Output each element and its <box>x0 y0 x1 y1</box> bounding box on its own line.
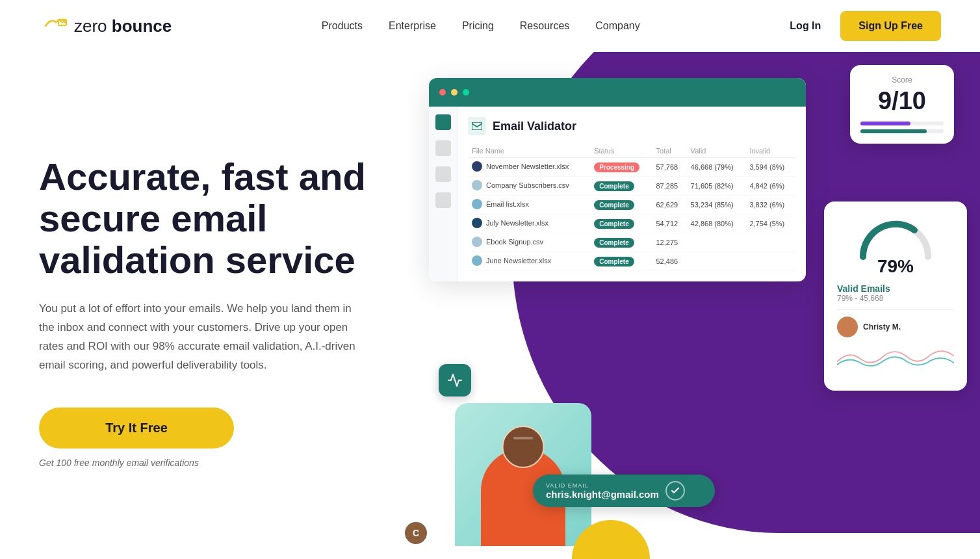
col-status: Status <box>590 144 652 158</box>
christy-row: Christy M. <box>837 317 954 337</box>
gauge-chart: 79% <box>837 214 954 277</box>
cell-invalid: 2,754 (5%) <box>745 214 795 233</box>
user-avatar-bottom: C <box>403 520 429 546</box>
cell-invalid: 3,832 (6%) <box>745 196 795 214</box>
logo-text: zero bounce <box>74 16 172 36</box>
col-filename: File Name <box>468 144 590 158</box>
activity-icon <box>439 364 471 396</box>
dashboard-header <box>429 78 806 107</box>
dashboard-title: Email Validator <box>493 120 576 133</box>
dashboard-title-row: Email Validator <box>468 117 795 135</box>
sidebar-icon-4 <box>435 192 451 208</box>
cell-filename: Company Subscribers.csv <box>468 177 590 196</box>
try-free-button[interactable]: Try It Free <box>39 408 234 448</box>
cell-invalid: 4,842 (6%) <box>745 177 795 196</box>
cell-valid: 53,234 (85%) <box>687 196 746 214</box>
valid-emails-card: 79% Valid Emails 79% - 45,668 Christy M. <box>824 202 967 391</box>
cell-status: Complete <box>590 196 652 214</box>
sidebar-icon-active <box>435 114 451 130</box>
cell-valid: 46,668 (79%) <box>687 158 746 177</box>
hero-illustration: Email Validator File Name Status Total V… <box>403 52 980 559</box>
cell-valid: 71,605 (82%) <box>687 177 746 196</box>
cell-status: Processing <box>590 158 652 177</box>
cell-filename: June Newsletter.xlsx <box>468 252 590 271</box>
main-header: zero bounce Products Enterprise Pricing … <box>0 0 980 52</box>
cell-invalid: 3,594 (8%) <box>745 158 795 177</box>
nav-products[interactable]: Products <box>322 20 363 32</box>
window-dot-yellow <box>451 89 458 96</box>
hero-section: Accurate, fast and secure email validati… <box>0 52 403 559</box>
table-row: June Newsletter.xlsx Complete 52,486 <box>468 252 795 271</box>
cell-filename: Email list.xlsx <box>468 196 590 214</box>
table-row: July Newsletter.xlsx Complete 54,712 42,… <box>468 214 795 233</box>
score-value: 9/10 <box>860 87 944 115</box>
dashboard-body: Email Validator File Name Status Total V… <box>429 107 806 281</box>
window-dot-green <box>463 89 469 96</box>
table-row: Company Subscribers.csv Complete 87,285 … <box>468 177 795 196</box>
hero-description: You put a lot of effort into your emails… <box>39 300 364 375</box>
cell-total: 12,275 <box>652 233 687 252</box>
dashboard-sidebar <box>429 107 458 281</box>
email-icon <box>468 117 486 135</box>
cell-valid: 42,868 (80%) <box>687 214 746 233</box>
logo-icon <box>39 13 71 39</box>
nav-company[interactable]: Company <box>595 20 639 32</box>
cell-total: 54,712 <box>652 214 687 233</box>
free-note: Get 100 free monthly email verifications <box>39 458 403 468</box>
cell-status: Complete <box>590 233 652 252</box>
col-total: Total <box>652 144 687 158</box>
col-valid: Valid <box>687 144 746 158</box>
score-bar-fill-2 <box>860 129 927 133</box>
svg-rect-1 <box>472 122 482 130</box>
nav-enterprise[interactable]: Enterprise <box>389 20 436 32</box>
christy-name: Christy M. <box>863 322 901 332</box>
login-button[interactable]: Log In <box>790 20 821 32</box>
score-bar <box>860 122 944 125</box>
header-actions: Log In Sign Up Free <box>790 11 941 41</box>
cell-status: Complete <box>590 214 652 233</box>
cell-total: 62,629 <box>652 196 687 214</box>
valid-subtitle: 79% - 45,668 <box>837 294 954 303</box>
cell-total: 52,486 <box>652 252 687 271</box>
nav-pricing[interactable]: Pricing <box>462 20 494 32</box>
valid-email-badge: VALID EMAIL chris.knight@gmail.com <box>533 474 715 507</box>
dashboard-main-content: Email Validator File Name Status Total V… <box>458 107 806 281</box>
hero-title: Accurate, fast and secure email validati… <box>39 156 403 280</box>
badge-email: chris.knight@gmail.com <box>546 489 659 500</box>
dashboard-table: File Name Status Total Valid Invalid Nov… <box>468 144 795 271</box>
dashboard-card: Email Validator File Name Status Total V… <box>429 78 806 281</box>
christy-avatar <box>837 317 858 337</box>
cell-status: Complete <box>590 177 652 196</box>
table-row: November Newsletter.xlsx Processing 57,7… <box>468 158 795 177</box>
cell-invalid <box>745 252 795 271</box>
valid-title: Valid Emails <box>837 283 954 294</box>
window-dot-red <box>439 89 446 96</box>
logo[interactable]: zero bounce <box>39 13 172 39</box>
cell-valid <box>687 252 746 271</box>
signup-button[interactable]: Sign Up Free <box>840 11 941 41</box>
sidebar-icon-3 <box>435 166 451 182</box>
main-container: Accurate, fast and secure email validati… <box>0 52 980 559</box>
gauge-svg <box>853 214 938 260</box>
cell-filename: July Newsletter.xlsx <box>468 214 590 233</box>
cell-status: Complete <box>590 252 652 271</box>
cell-filename: Ebook Signup.csv <box>468 233 590 252</box>
cell-filename: November Newsletter.xlsx <box>468 158 590 177</box>
badge-label: VALID EMAIL <box>546 482 659 489</box>
score-bar-2 <box>860 129 944 133</box>
cell-total: 87,285 <box>652 177 687 196</box>
score-card: Score 9/10 <box>850 65 954 144</box>
check-circle-icon <box>665 481 685 500</box>
table-row: Ebook Signup.csv Complete 12,275 <box>468 233 795 252</box>
cell-total: 57,768 <box>652 158 687 177</box>
cell-valid <box>687 233 746 252</box>
col-invalid: Invalid <box>745 144 795 158</box>
sidebar-icon-2 <box>435 140 451 156</box>
badge-text: VALID EMAIL chris.knight@gmail.com <box>546 482 659 500</box>
wave-chart <box>837 343 954 375</box>
main-nav: Products Enterprise Pricing Resources Co… <box>322 20 640 32</box>
table-row: Email list.xlsx Complete 62,629 53,234 (… <box>468 196 795 214</box>
score-bar-fill-1 <box>860 122 910 125</box>
score-label: Score <box>860 75 944 84</box>
nav-resources[interactable]: Resources <box>520 20 569 32</box>
